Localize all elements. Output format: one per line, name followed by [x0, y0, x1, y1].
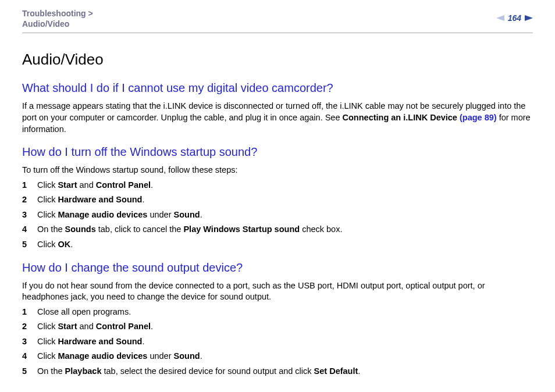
list-item: 2 Click Start and Control Panel.: [22, 321, 533, 333]
step-text: Click Start and Control Panel.: [37, 321, 533, 333]
step-text: Click Start and Control Panel.: [37, 180, 533, 191]
list-item: 3 Click Manage audio devices under Sound…: [22, 209, 533, 221]
list-item: 5 On the Playback tab, select the desire…: [22, 366, 533, 377]
step-number: 2: [22, 321, 37, 333]
svg-marker-0: [496, 15, 504, 21]
list-item: 1 Close all open programs.: [22, 307, 533, 318]
list-item: 5 Click OK.: [22, 239, 533, 251]
step-number: 1: [22, 307, 37, 318]
step-text: Click Manage audio devices under Sound.: [37, 209, 533, 221]
list-item: 3 Click Hardware and Sound.: [22, 336, 533, 348]
list-item: 2 Click Hardware and Sound.: [22, 194, 533, 206]
next-page-icon[interactable]: [525, 15, 533, 21]
step-number: 1: [22, 180, 37, 191]
step-number: 4: [22, 351, 37, 362]
page-title: Audio/Video: [22, 49, 533, 70]
step-number: 5: [22, 366, 37, 377]
page-number: 164: [508, 13, 521, 24]
section1-paragraph: If a message appears stating that the i.…: [22, 101, 533, 135]
section-heading-startup-sound: How do I turn off the Windows startup so…: [22, 144, 533, 160]
prev-page-icon[interactable]: [496, 15, 504, 21]
step-number: 5: [22, 239, 37, 251]
s2-steps-list: 1 Click Start and Control Panel. 2 Click…: [22, 180, 533, 251]
s3-intro: If you do not hear sound from the device…: [22, 280, 533, 303]
step-number: 4: [22, 224, 37, 236]
s1-bold-device: Connecting an i.LINK Device: [343, 113, 457, 122]
list-item: 4 Click Manage audio devices under Sound…: [22, 351, 533, 362]
breadcrumb-line1: Troubleshooting >: [22, 8, 93, 19]
step-number: 3: [22, 209, 37, 221]
step-text: On the Playback tab, select the desired …: [37, 366, 533, 377]
step-text: Click Manage audio devices under Sound.: [37, 351, 533, 362]
step-text: Click OK.: [37, 239, 533, 251]
page-89-link[interactable]: (page 89): [457, 113, 497, 122]
list-item: 1 Click Start and Control Panel.: [22, 180, 533, 191]
step-text: On the Sounds tab, click to cancel the P…: [37, 224, 533, 236]
page-header: Troubleshooting > Audio/Video 164: [22, 8, 533, 33]
s3-steps-list: 1 Close all open programs. 2 Click Start…: [22, 307, 533, 377]
breadcrumb: Troubleshooting > Audio/Video: [22, 8, 93, 29]
breadcrumb-line2: Audio/Video: [22, 19, 93, 29]
section-heading-camcorder: What should I do if I cannot use my digi…: [22, 80, 533, 96]
step-text: Click Hardware and Sound.: [37, 336, 533, 348]
section-heading-output-device: How do I change the sound output device?: [22, 260, 533, 276]
step-number: 3: [22, 336, 37, 348]
s2-intro: To turn off the Windows startup sound, f…: [22, 165, 533, 176]
step-text: Close all open programs.: [37, 307, 533, 318]
step-text: Click Hardware and Sound.: [37, 194, 533, 206]
list-item: 4 On the Sounds tab, click to cancel the…: [22, 224, 533, 236]
page-navigation: 164: [496, 13, 533, 24]
svg-marker-1: [525, 15, 533, 21]
step-number: 2: [22, 194, 37, 206]
